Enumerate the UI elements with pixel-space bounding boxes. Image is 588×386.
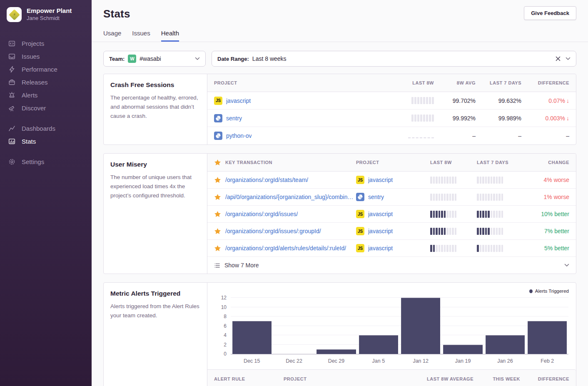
issues-icon [8,53,15,60]
bolt-icon: ⚡ [10,11,18,19]
transaction-link[interactable]: /organizations/:orgId/alerts/rules/detai… [225,245,346,252]
org-switcher[interactable]: ⚡ Empower Plant Jane Schmidt [0,0,92,26]
date-range-value: Last 8 weeks [252,55,287,62]
javascript-platform-icon: JS [356,210,364,218]
chart-bar [232,321,272,354]
column-last-8w: Last 8W [430,160,477,165]
discover-icon [8,105,15,112]
sidebar-item-releases[interactable]: Releases [0,76,92,89]
team-selector[interactable]: Team: W #wasabi [103,51,206,67]
x-axis-label: Jan 19 [442,358,484,364]
sparkline-last-8w [411,115,434,122]
table-row: /organizations/:orgId/stats/team/ JS jav… [207,172,576,189]
chart-legend[interactable]: Alerts Triggered [529,289,569,294]
sparkline-last-8w [430,177,477,184]
table-header: Key Transaction Project Last 8W Last 7 D… [207,154,576,172]
project-link[interactable]: python-ov [226,132,252,139]
change-value: 5% better [544,245,569,252]
sidebar-item-label: Projects [22,40,44,47]
dashboards-icon [8,125,15,132]
sparkline-last-7d [477,245,523,252]
user-name: Jane Schmidt [27,15,72,22]
difference-value: 0.003% [546,115,565,122]
date-range-label: Date Range: [217,56,249,62]
javascript-platform-icon: JS [214,97,222,105]
transaction-link[interactable]: /organizations/:orgId/stats/team/ [225,177,308,183]
project-link[interactable]: javascript [368,228,393,234]
panel-description: The percentage of healthy, errored, and … [110,93,200,121]
sidebar-item-projects[interactable]: Projects [0,37,92,50]
sparkline-last-8w [430,194,477,201]
column-project: Project [214,80,384,85]
column-change: Change [548,160,569,165]
star-icon[interactable] [214,194,221,201]
project-link[interactable]: javascript [226,97,251,104]
alerts-triggered-chart: Alerts Triggered 024681012Dec 15Dec 22De… [207,283,576,364]
sidebar-item-label: Releases [22,79,48,86]
project-link[interactable]: sentry [226,115,242,122]
sparkline-last-7d [477,194,523,201]
x-axis-label: Dec 29 [315,358,357,364]
filter-bar: Team: W #wasabi Date Range: Last 8 weeks [103,51,576,67]
last-7d-value: 99.989% [498,115,521,122]
sidebar-item-discover[interactable]: Discover [0,102,92,115]
sidebar-item-label: Settings [22,158,44,165]
panel-title: User Misery [110,161,200,168]
column-last-8w: Last 8W [412,80,434,85]
project-link[interactable]: javascript [368,177,393,183]
transaction-link[interactable]: /organizations/:orgId/issues/:groupId/ [225,228,321,234]
x-axis-label: Dec 15 [231,358,273,364]
table-row: sentry 99.992% 99.989% 0.003%↓ [207,110,576,127]
page-title: Stats [103,7,576,20]
star-icon [214,159,221,166]
sidebar-item-alerts[interactable]: Alerts [0,89,92,102]
show-more-button[interactable]: Show 7 More [207,257,576,274]
tab-health[interactable]: Health [161,30,179,42]
sidebar-item-stats[interactable]: Stats [0,135,92,148]
sparkline-last-7d [477,228,523,235]
column-project: Project [284,376,404,381]
avg-8w-value: 99.702% [453,97,476,104]
show-more-label: Show 7 More [224,262,259,269]
panel-title: Metric Alerts Triggered [110,290,200,297]
column-this-week: This Week [493,376,520,381]
arrow-down-icon: ↓ [566,97,569,104]
star-icon[interactable] [214,211,221,218]
chart-bar [359,335,398,354]
sidebar-item-issues[interactable]: Issues [0,50,92,63]
sidebar-item-performance[interactable]: Performance [0,63,92,76]
project-link[interactable]: javascript [368,245,393,252]
column-difference: Difference [538,376,569,381]
sparkline-last-8w [430,211,477,218]
javascript-platform-icon: JS [356,176,364,184]
column-difference: Difference [538,80,569,85]
javascript-platform-icon: JS [356,244,364,252]
legend-dot-icon [529,289,533,293]
table-header: Alert Rule Project Last 8W Average This … [207,369,576,386]
sidebar-item-label: Discover [22,105,46,112]
give-feedback-button[interactable]: Give Feedback [524,6,576,20]
sidebar: ⚡ Empower Plant Jane Schmidt Projects Is… [0,0,92,386]
tab-issues[interactable]: Issues [132,30,150,42]
date-range-selector[interactable]: Date Range: Last 8 weeks [212,51,576,67]
python-platform-icon [356,193,364,201]
star-icon[interactable] [214,245,221,252]
sidebar-item-settings[interactable]: Settings [0,155,92,168]
x-axis-label: Jan 12 [400,358,442,364]
transaction-link[interactable]: /organizations/:orgId/issues/ [225,211,298,217]
transaction-link[interactable]: /api/0/organizations/{organization_slug}… [225,194,356,200]
clear-icon[interactable] [556,56,561,61]
avg-8w-value: – [472,132,476,139]
star-icon[interactable] [214,228,221,235]
project-link[interactable]: sentry [368,194,384,200]
difference-value: 0.07% [548,97,565,104]
settings-icon [8,158,15,165]
change-value: 4% worse [544,177,569,183]
crash-free-sessions-panel: Crash Free Sessions The percentage of he… [103,74,576,145]
sparkline-last-8w [430,245,477,252]
sidebar-item-dashboards[interactable]: Dashboards [0,122,92,135]
star-icon[interactable] [214,177,221,184]
project-link[interactable]: javascript [368,211,393,217]
team-value: #wasabi [140,55,161,62]
tab-usage[interactable]: Usage [103,30,121,42]
